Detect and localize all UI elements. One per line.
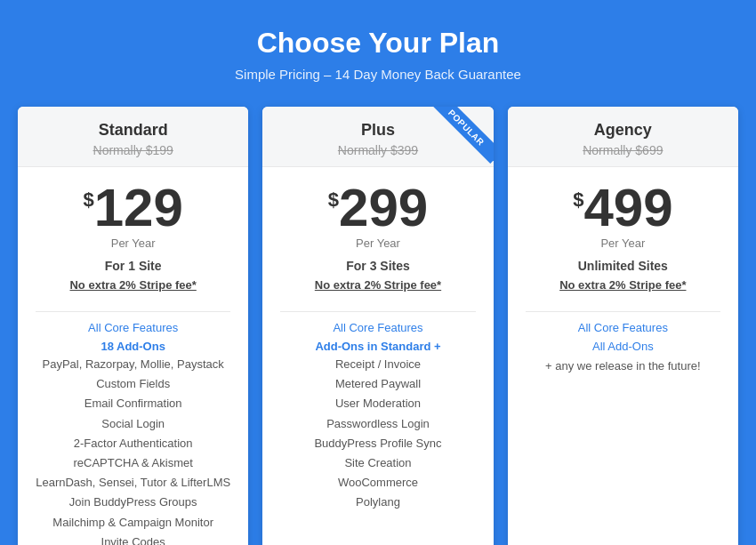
plan-name-standard: Standard	[36, 121, 230, 140]
plan-features-plus: All Core FeaturesAdd-Ons in Standard +Re…	[280, 321, 475, 545]
divider	[36, 311, 230, 312]
feature-item: Passwordless Login	[280, 416, 475, 432]
feature-link-highlight: Add-Ons in Standard +	[280, 340, 475, 353]
feature-item: Polylang	[280, 494, 475, 510]
page-title: Choose Your Plan	[257, 27, 500, 60]
plan-sites: For 3 Sites	[346, 259, 410, 273]
feature-item: Custom Fields	[36, 376, 230, 392]
plan-card-standard: Standard Normally $199 $ 129 Per Year Fo…	[18, 107, 248, 545]
feature-item: Receipt / Invoice	[280, 357, 475, 373]
feature-link: All Add-Ons	[526, 340, 720, 353]
feature-item: Metered Paywall	[280, 376, 475, 392]
feature-highlight: 18 Add-Ons	[36, 340, 230, 353]
feature-item: BuddyPress Profile Sync	[280, 436, 475, 452]
plans-container: Standard Normally $199 $ 129 Per Year Fo…	[18, 107, 738, 545]
plan-name-agency: Agency	[526, 121, 720, 140]
feature-item: + any we release in the future!	[526, 358, 720, 374]
plan-amount: 129	[94, 181, 183, 235]
plan-features-standard: All Core Features18 Add-OnsPayPal, Razor…	[36, 321, 230, 545]
feature-item: User Moderation	[280, 396, 475, 412]
plan-price-standard: $ 129	[83, 181, 182, 235]
plan-per-year: Per Year	[356, 236, 400, 250]
plan-price-agency: $ 499	[573, 181, 672, 235]
plan-price-plus: $ 299	[328, 181, 428, 235]
plan-currency: $	[83, 188, 93, 212]
page-subtitle: Simple Pricing – 14 Day Money Back Guara…	[235, 67, 521, 82]
plan-stripe-note: No extra 2% Stripe fee*	[69, 278, 196, 292]
plan-body-plus: $ 299 Per Year For 3 Sites No extra 2% S…	[262, 167, 493, 545]
feature-link: All Core Features	[36, 321, 230, 334]
feature-link: All Core Features	[280, 321, 475, 334]
plan-body-standard: $ 129 Per Year For 1 Site No extra 2% St…	[18, 167, 248, 545]
plan-features-agency: All Core FeaturesAll Add-Ons+ any we rel…	[526, 321, 720, 545]
plan-header-agency: Agency Normally $699	[508, 107, 738, 167]
popular-badge: POPULAR	[431, 107, 494, 169]
plan-currency: $	[328, 188, 339, 212]
feature-item: Invite Codes	[36, 534, 230, 545]
plan-per-year: Per Year	[111, 236, 156, 250]
plan-normally-agency: Normally $699	[526, 143, 720, 157]
feature-link: All Core Features	[526, 321, 720, 334]
plan-sites: For 1 Site	[105, 259, 162, 273]
plan-per-year: Per Year	[600, 236, 645, 250]
plan-currency: $	[573, 188, 583, 212]
plan-amount: 299	[339, 181, 428, 235]
feature-item: Mailchimp & Campaign Monitor	[36, 515, 230, 531]
feature-item: Site Creation	[280, 455, 475, 471]
feature-item: PayPal, Razorpay, Mollie, Paystack	[36, 357, 230, 373]
plan-stripe-note: No extra 2% Stripe fee*	[559, 278, 686, 292]
feature-item: Join BuddyPress Groups	[36, 494, 230, 510]
plan-body-agency: $ 499 Per Year Unlimited Sites No extra …	[508, 167, 738, 545]
feature-item: 2-Factor Authentication	[36, 436, 230, 452]
plan-normally-standard: Normally $199	[36, 143, 230, 157]
feature-item: Email Confirmation	[36, 396, 230, 412]
plan-stripe-note: No extra 2% Stripe fee*	[315, 278, 441, 292]
plan-sites: Unlimited Sites	[578, 259, 668, 273]
feature-item: LearnDash, Sensei, Tutor & LifterLMS	[36, 475, 230, 491]
plan-amount: 499	[583, 181, 672, 235]
feature-item: reCAPTCHA & Akismet	[36, 455, 230, 471]
divider	[526, 311, 720, 312]
popular-label: POPULAR	[431, 107, 494, 164]
feature-item: WooCommerce	[280, 475, 475, 491]
feature-item: Social Login	[36, 416, 230, 432]
plan-card-agency: Agency Normally $699 $ 499 Per Year Unli…	[508, 107, 738, 545]
plan-header-standard: Standard Normally $199	[18, 107, 248, 167]
plan-card-plus: POPULAR Plus Normally $399 $ 299 Per Yea…	[262, 107, 493, 545]
divider	[280, 311, 475, 312]
